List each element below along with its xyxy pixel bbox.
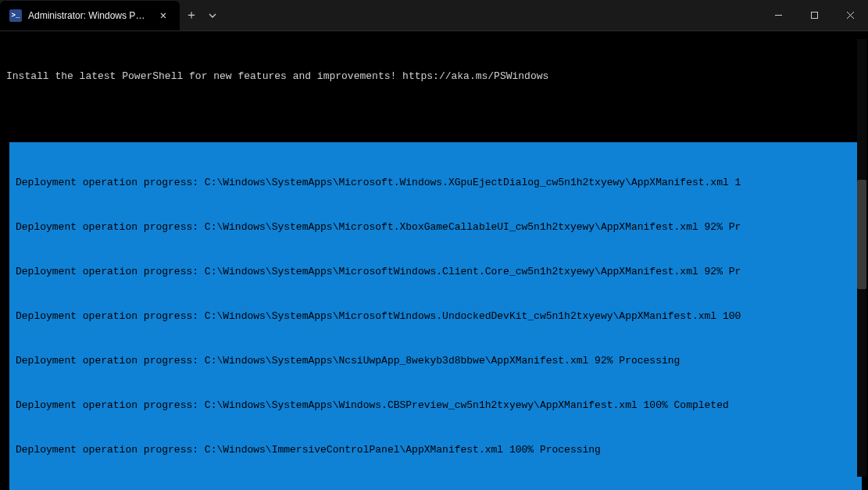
close-window-button[interactable] xyxy=(832,0,868,31)
scrollbar-track[interactable] xyxy=(857,39,866,477)
maximize-button[interactable] xyxy=(796,0,832,31)
new-tab-button[interactable]: ＋ xyxy=(180,7,203,23)
minimize-button[interactable] xyxy=(760,0,796,31)
active-tab[interactable]: >_ Administrator: Windows Powe ✕ xyxy=(0,1,180,30)
progress-block: Deployment operation progress: C:\Window… xyxy=(9,142,862,490)
tab-dropdown-button[interactable] xyxy=(203,13,222,18)
tab-title: Administrator: Windows Powe xyxy=(28,10,150,21)
progress-line: Deployment operation progress: C:\Window… xyxy=(16,220,855,234)
powershell-icon: >_ xyxy=(9,9,22,22)
progress-line: Deployment operation progress: C:\Window… xyxy=(16,175,855,190)
progress-line: Deployment operation progress: C:\Window… xyxy=(16,353,855,368)
progress-line: Deployment operation progress: C:\Window… xyxy=(16,398,855,413)
progress-line: Deployment operation progress: C:\Window… xyxy=(16,309,855,324)
scrollbar-thumb[interactable] xyxy=(857,180,866,289)
close-tab-button[interactable]: ✕ xyxy=(156,9,170,22)
titlebar: >_ Administrator: Windows Powe ✕ ＋ xyxy=(0,0,868,31)
progress-line: Deployment operation progress: C:\Window… xyxy=(16,487,855,490)
svg-rect-1 xyxy=(811,13,817,19)
progress-line: Deployment operation progress: C:\Window… xyxy=(16,264,855,279)
install-message: Install the latest PowerShell for new fe… xyxy=(6,69,862,84)
terminal-content[interactable]: Install the latest PowerShell for new fe… xyxy=(0,31,868,490)
progress-line: Deployment operation progress: C:\Window… xyxy=(16,442,855,457)
